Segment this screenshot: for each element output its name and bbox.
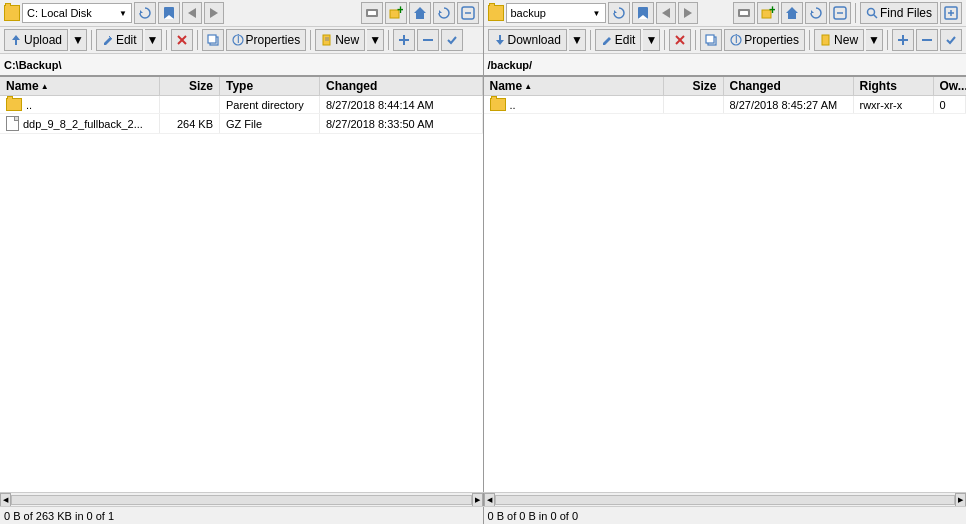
upload-btn[interactable]: Upload	[4, 29, 68, 51]
right-minus-btn[interactable]	[916, 29, 938, 51]
left-check-btn[interactable]	[441, 29, 463, 51]
right-col-rights[interactable]: Rights	[854, 77, 934, 95]
left-scroll-track[interactable]	[11, 495, 472, 505]
svg-text:i: i	[735, 34, 738, 46]
left-new-dropdown-btn[interactable]: ▼	[367, 29, 384, 51]
right-scroll-right-btn[interactable]: ▶	[955, 493, 966, 507]
right-refresh2-icon[interactable]	[805, 2, 827, 24]
svg-marker-10	[439, 10, 442, 13]
left-drive-icon[interactable]	[361, 2, 383, 24]
right-plus-btn[interactable]	[892, 29, 914, 51]
copy-icon	[207, 34, 219, 46]
forward-icon	[209, 7, 219, 19]
bookmark-icon	[162, 6, 176, 20]
right-edit-btn[interactable]: Edit	[595, 29, 642, 51]
left-edit-dropdown-btn[interactable]: ▼	[145, 29, 162, 51]
svg-rect-18	[208, 35, 216, 43]
svg-marker-4	[210, 8, 218, 18]
left-back-btn[interactable]	[182, 2, 202, 24]
left-col-name[interactable]: Name ▲	[0, 77, 160, 95]
left-scroll-left-btn[interactable]: ◀	[0, 493, 11, 507]
right-refresh2-icon-svg	[809, 6, 823, 20]
svg-marker-13	[12, 35, 20, 45]
svg-rect-33	[740, 11, 748, 15]
left-refresh-btn[interactable]	[134, 2, 156, 24]
left-separator1	[91, 30, 92, 50]
left-status: 0 B of 263 KB in 0 of 1	[0, 507, 484, 524]
right-bookmark-btn[interactable]	[632, 2, 654, 24]
svg-point-40	[867, 9, 874, 16]
right-back-btn[interactable]	[656, 2, 676, 24]
right-scroll-track[interactable]	[495, 495, 956, 505]
right-toolbar-row1: backup ▼	[484, 0, 967, 27]
svg-marker-37	[811, 10, 814, 13]
right-scroll-left-btn[interactable]: ◀	[484, 493, 495, 507]
left-minus-btn[interactable]	[417, 29, 439, 51]
left-location-dropdown[interactable]: C: Local Disk ▼	[22, 3, 132, 23]
left-copy-icon[interactable]	[202, 29, 224, 51]
left-newfolder-icon[interactable]: +	[385, 2, 407, 24]
left-bookmark-btn[interactable]	[158, 2, 180, 24]
svg-rect-52	[822, 35, 829, 45]
upload-dropdown-btn[interactable]: ▼	[70, 29, 87, 51]
left-forward-btn[interactable]	[204, 2, 224, 24]
left-sync-icon[interactable]	[457, 2, 479, 24]
right-edit-dropdown-btn[interactable]: ▼	[643, 29, 660, 51]
left-properties-btn[interactable]: i Properties	[226, 29, 307, 51]
left-refresh2-icon[interactable]	[433, 2, 455, 24]
table-row[interactable]: ddp_9_8_2_fullback_2... 264 KB GZ File 8…	[0, 114, 483, 134]
right-refresh-btn[interactable]	[608, 2, 630, 24]
folder-up-icon	[6, 98, 22, 111]
right-back-icon	[661, 7, 671, 19]
left-plus-btn[interactable]	[393, 29, 415, 51]
right-status: 0 B of 0 B in 0 of 0	[484, 507, 967, 524]
svg-marker-30	[662, 8, 670, 18]
right-sync-icon[interactable]	[829, 2, 851, 24]
left-col-changed[interactable]: Changed	[320, 77, 483, 95]
left-new-btn[interactable]: New	[315, 29, 365, 51]
left-home-icon[interactable]	[409, 2, 431, 24]
right-newfolder-icon[interactable]: +	[757, 2, 779, 24]
right-col-changed[interactable]: Changed	[724, 77, 854, 95]
right-copy-icon[interactable]	[700, 29, 722, 51]
left-scroll-right-btn[interactable]: ▶	[472, 493, 483, 507]
right-forward-btn[interactable]	[678, 2, 698, 24]
right-col-size[interactable]: Size	[664, 77, 724, 95]
back-icon	[187, 7, 197, 19]
svg-text:+: +	[769, 6, 775, 17]
table-row[interactable]: .. 8/27/2018 8:45:27 AM rwxr-xr-x 0	[484, 96, 967, 114]
right-location-icon	[488, 5, 504, 21]
left-separator3	[197, 30, 198, 50]
right-new-btn[interactable]: New	[814, 29, 864, 51]
left-delete-btn[interactable]	[171, 29, 193, 51]
find-files-btn[interactable]: Find Files	[860, 2, 938, 24]
properties-icon: i	[232, 34, 244, 46]
right-row1-name: ..	[484, 96, 664, 113]
right-col-name[interactable]: Name ▲	[484, 77, 664, 95]
left-edit-btn[interactable]: Edit	[96, 29, 143, 51]
download-dropdown-btn[interactable]: ▼	[569, 29, 586, 51]
check-icon	[446, 34, 458, 46]
right-newfolder-icon-svg: +	[761, 6, 775, 20]
download-btn[interactable]: Download	[488, 29, 567, 51]
table-row[interactable]: .. Parent directory 8/27/2018 8:44:14 AM	[0, 96, 483, 114]
left-separator4	[310, 30, 311, 50]
left-column-headers: Name ▲ Size Type Changed	[0, 77, 483, 96]
delete-icon	[176, 34, 188, 46]
right-drive-icon[interactable]	[733, 2, 755, 24]
right-extra-icon[interactable]	[940, 2, 962, 24]
right-check-btn[interactable]	[940, 29, 962, 51]
right-refresh-icon	[612, 6, 626, 20]
right-delete-btn[interactable]	[669, 29, 691, 51]
left-col-type[interactable]: Type	[220, 77, 320, 95]
right-new-dropdown-btn[interactable]: ▼	[866, 29, 883, 51]
right-location-dropdown[interactable]: backup ▼	[506, 3, 606, 23]
left-location-label: C: Local Disk	[27, 7, 117, 19]
left-toolbar-row2: Upload ▼ Edit ▼ i Prop	[0, 27, 483, 54]
right-col-owner[interactable]: Ow...	[934, 77, 967, 95]
left-col-size[interactable]: Size	[160, 77, 220, 95]
right-home-icon[interactable]	[781, 2, 803, 24]
left-separator5	[388, 30, 389, 50]
right-properties-btn[interactable]: i Properties	[724, 29, 805, 51]
sync-icon	[461, 6, 475, 20]
